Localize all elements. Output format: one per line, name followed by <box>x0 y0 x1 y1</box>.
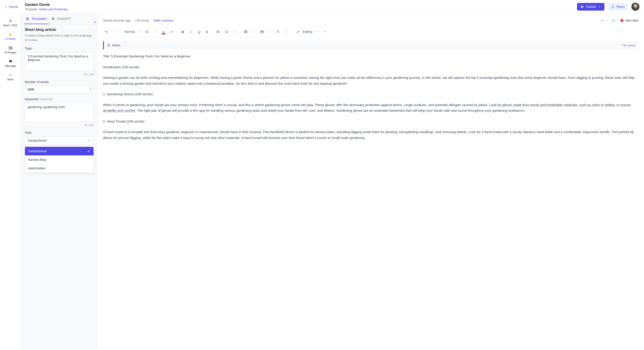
sidebar-item-ai-writer[interactable]: AI Writer <box>0 30 21 43</box>
chat-bubbles-icon <box>51 17 55 21</box>
highlight-icon <box>170 30 173 34</box>
italic-icon: I <box>190 30 192 34</box>
svg-point-9 <box>10 75 11 75</box>
panel-description: Creates a blog article from a topic in t… <box>25 33 94 43</box>
editing-label: Editing <box>303 30 312 34</box>
table-button[interactable] <box>258 28 265 35</box>
list-bullet-icon <box>216 30 220 34</box>
tab-label: Templates <box>32 17 47 21</box>
schedule-button[interactable] <box>610 17 617 24</box>
topic-counter: 50 / 100 <box>25 73 94 76</box>
style-select[interactable]: Normal <box>122 29 142 35</box>
doc-text: When it comes to gardening, your hands a… <box>103 103 489 107</box>
new-item-status[interactable]: New Item <box>620 19 638 22</box>
tone-value: GardenGenie <box>28 139 46 142</box>
bolt-icon <box>8 33 12 37</box>
link-button[interactable] <box>231 28 238 35</box>
more-toolbar-button[interactable] <box>322 28 328 35</box>
sidebar-label: AI Writer <box>5 37 16 41</box>
editor-area: Saved seconds ago 733 words Older versio… <box>98 14 644 350</box>
publish-button[interactable]: Publish <box>577 3 604 11</box>
tone-dropdown: GardenGenie Narrato Blog Appreciative <box>25 147 94 173</box>
svg-point-10 <box>11 75 12 75</box>
calendar-icon <box>612 19 615 22</box>
share-button[interactable]: Share <box>608 3 628 11</box>
svg-point-7 <box>10 47 10 48</box>
sidebar-item-brief-seo[interactable]: Brief + SEO <box>0 16 21 30</box>
sidebar-item-more[interactable]: More <box>0 70 21 84</box>
avatar[interactable] <box>632 3 640 11</box>
align-left-icon <box>146 30 149 34</box>
chevron-down-icon <box>598 6 601 8</box>
tab-chatgpt[interactable]: ChatGPT <box>49 14 73 24</box>
template-link[interactable]: Notes and Summary <box>39 8 68 11</box>
older-versions-link[interactable]: Older versions <box>153 19 174 22</box>
top-header: Home Garden Genie Template: Notes and Su… <box>0 0 644 14</box>
tone-option-gardengenie[interactable]: GardenGenie <box>25 147 94 155</box>
keywords-label-text: Keywords <box>25 97 38 101</box>
collapse-panel-button[interactable] <box>93 19 98 26</box>
sidebar-item-message[interactable]: Message <box>0 57 21 70</box>
words-input-wrap: ▲ ▼ <box>25 86 94 93</box>
tone-option-narrato-blog[interactable]: Narrato Blog <box>25 155 94 164</box>
field-tone: Tone GardenGenie GardenGenie Narrato Blo… <box>25 131 94 173</box>
editing-mode-select[interactable]: Editing <box>294 29 320 35</box>
mini-sidebar: Brief + SEO AI Writer AI Images Message … <box>0 14 21 350</box>
strikethrough-icon: S <box>206 30 208 34</box>
word-count-top: 733 words <box>135 19 149 22</box>
text-color-button[interactable]: A <box>160 28 167 35</box>
words-label: Number of words <box>25 80 94 84</box>
notes-icon <box>107 44 110 47</box>
bullet-list-button[interactable] <box>215 28 222 35</box>
numbered-list-button[interactable]: 123 <box>223 28 230 35</box>
tab-templates[interactable]: Templates <box>24 14 49 24</box>
quantity-stepper[interactable]: ▲ ▼ <box>90 88 91 91</box>
stepper-down-icon[interactable]: ▼ <box>90 90 91 91</box>
doc-intro-body: Starting a garden can be both exciting a… <box>103 75 638 86</box>
chat-icon <box>8 59 12 64</box>
saved-status: Saved seconds ago <box>103 19 131 22</box>
image-dropdown[interactable] <box>250 28 257 35</box>
tab-label: ChatGPT <box>57 17 71 21</box>
tone-option-appreciative[interactable]: Appreciative <box>25 164 94 172</box>
comment-button[interactable] <box>283 28 290 35</box>
strikethrough-button[interactable]: S <box>204 28 210 35</box>
keywords-counter: 26 / 200 <box>25 124 94 127</box>
new-item-label: New Item <box>625 19 638 22</box>
field-topic: Topic 5 Essential Gardening Tools You Ne… <box>25 47 94 76</box>
highlight-button[interactable] <box>168 28 175 35</box>
bold-button[interactable]: B <box>180 28 186 35</box>
doc-intro-heading: Introduction (150 words) <box>103 64 638 70</box>
document-body[interactable]: Title: 5 Essential Gardening Tools You N… <box>98 49 644 350</box>
clear-format-button[interactable] <box>275 28 282 35</box>
text-color-icon: A <box>162 30 164 34</box>
tone-label: Tone <box>25 131 94 134</box>
topic-input[interactable]: 5 Essential Gardening Tools You Need as … <box>25 52 94 71</box>
words-input[interactable] <box>27 88 90 91</box>
field-words: Number of words ▲ ▼ <box>25 80 94 93</box>
chevron-left-icon <box>94 21 97 24</box>
publish-label: Publish <box>586 5 596 9</box>
image-button[interactable] <box>242 28 249 35</box>
table-dropdown[interactable] <box>267 28 274 35</box>
notes-header: Notes 733 words <box>103 41 638 49</box>
panel-heading: Short blog article <box>25 28 94 32</box>
align-dropdown[interactable] <box>152 28 159 35</box>
tone-select[interactable]: GardenGenie <box>25 136 94 145</box>
underline-button[interactable]: U <box>196 28 202 35</box>
svg-point-24 <box>217 31 218 31</box>
sidebar-label: AI Images <box>4 51 16 54</box>
stepper-up-icon[interactable]: ▲ <box>90 88 91 89</box>
align-button[interactable] <box>144 28 151 35</box>
home-link[interactable]: Home <box>4 5 18 9</box>
svg-text:3: 3 <box>225 33 226 34</box>
add-collaborator-button[interactable] <box>599 17 606 24</box>
field-keywords: Keywords (optional) gardening, gardening… <box>25 97 94 127</box>
panel-body: Short blog article Creates a blog articl… <box>21 24 97 350</box>
undo-button[interactable] <box>103 28 110 35</box>
redo-button[interactable] <box>111 28 118 35</box>
image-icon <box>8 46 12 50</box>
italic-button[interactable]: I <box>188 28 194 35</box>
keywords-input[interactable]: gardening, gardening tools <box>25 103 94 122</box>
sidebar-item-ai-images[interactable]: AI Images <box>0 43 21 57</box>
